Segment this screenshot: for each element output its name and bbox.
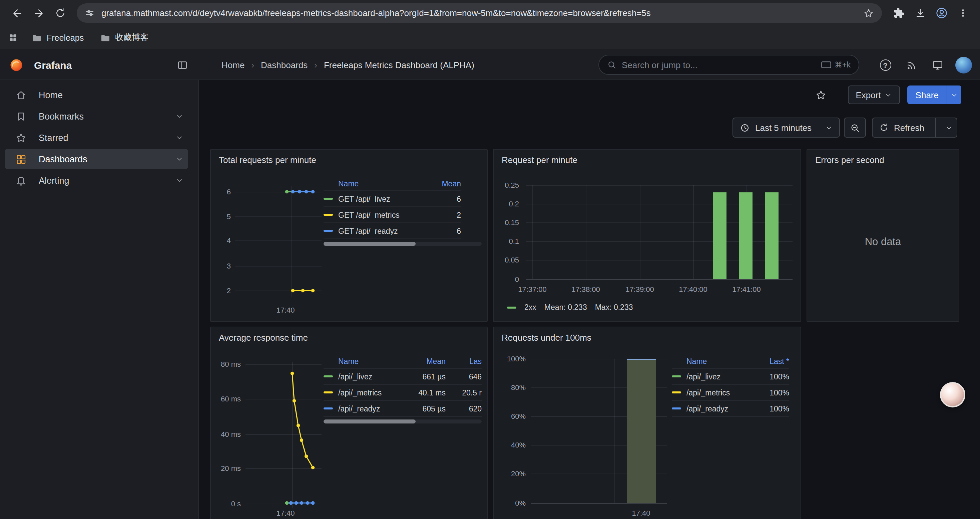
sidebar-item-home[interactable]: Home	[5, 85, 188, 105]
axis-baseline	[531, 503, 667, 504]
bookmark-item[interactable]: Freeleaps	[31, 32, 84, 43]
star-icon	[15, 132, 27, 143]
bookmark-star-icon[interactable]	[863, 8, 874, 18]
panel-total-requests-per-minute: Total requests per minute 6 5 4 3 2 17:4…	[210, 149, 488, 322]
chevron-down-icon	[945, 124, 953, 131]
favorite-dashboard-button[interactable]	[811, 86, 830, 104]
apps-grid-button[interactable]	[8, 33, 18, 43]
series-name[interactable]: GET /api/_livez	[338, 195, 420, 203]
extensions-button[interactable]	[889, 3, 908, 23]
series-name[interactable]: GET /api/_metrics	[338, 211, 420, 219]
news-button[interactable]	[903, 56, 920, 74]
chevron-down-icon[interactable]	[175, 176, 184, 185]
reload-button[interactable]	[50, 3, 70, 23]
legend-col-name[interactable]: Name	[686, 357, 751, 365]
breadcrumb-home[interactable]: Home	[221, 60, 245, 70]
zoom-out-icon	[850, 123, 860, 133]
sidebar-item-starred[interactable]: Starred	[5, 128, 188, 148]
display-button[interactable]	[929, 56, 946, 74]
chevron-down-icon[interactable]	[175, 154, 184, 164]
bookmark-item[interactable]: 收藏博客	[100, 32, 148, 43]
time-range-picker[interactable]: Last 5 minutes	[732, 118, 840, 137]
series-name[interactable]: /api/_livez	[686, 372, 751, 380]
panel-title[interactable]: Total requests per minute	[219, 155, 316, 165]
chevron-down-icon	[885, 91, 892, 99]
forward-button[interactable]	[29, 3, 49, 23]
panel-title[interactable]: Request per minute	[502, 155, 578, 165]
series-name[interactable]: /api/_readyz	[338, 404, 404, 412]
gridline	[235, 291, 321, 291]
user-avatar-button[interactable]	[955, 56, 972, 74]
chevron-down-icon[interactable]	[175, 112, 184, 121]
search-input[interactable]	[622, 60, 821, 70]
series-mean: Mean: 0.233	[544, 303, 587, 311]
legend-col-name[interactable]: Name	[338, 179, 420, 187]
panel-title[interactable]: Average response time	[219, 333, 308, 343]
panel-title[interactable]: Requests under 100ms	[502, 333, 592, 343]
legend-col-mean[interactable]: Mean	[420, 179, 461, 187]
legend-row: /api/_metrics 40.1 ms 20.5 r	[323, 385, 482, 401]
gridline	[526, 204, 792, 204]
sidebar-item-alerting[interactable]: Alerting	[5, 170, 188, 190]
legend-scrollbar[interactable]	[323, 242, 482, 246]
sidebar-item-label: Dashboards	[39, 154, 88, 164]
y-tick: 0 s	[211, 500, 241, 508]
share-menu-caret[interactable]	[947, 86, 961, 104]
site-info-icon[interactable]	[85, 8, 95, 18]
scrollbar-thumb[interactable]	[323, 242, 415, 246]
sidebar-toggle-button[interactable]	[173, 56, 191, 73]
series-color-dash	[323, 407, 333, 409]
grafana-logo-icon[interactable]	[10, 58, 23, 72]
export-button[interactable]: Export	[848, 86, 900, 104]
back-button[interactable]	[7, 3, 27, 23]
x-tick: 17:38:00	[567, 285, 605, 293]
series-last: 100%	[751, 404, 789, 412]
legend-col-name[interactable]: Name	[338, 357, 404, 365]
scrollbar-thumb[interactable]	[323, 420, 415, 423]
series-name[interactable]: /api/_metrics	[686, 388, 751, 396]
series-last: 100%	[751, 388, 789, 396]
search-box[interactable]: ⌘+k	[598, 55, 859, 75]
legend-col-last[interactable]: Last *	[751, 357, 789, 365]
series-last: 646	[445, 372, 482, 380]
breadcrumb-dashboards[interactable]: Dashboards	[261, 60, 307, 70]
series-name[interactable]: /api/_readyz	[686, 404, 751, 412]
y-tick: 0.1	[494, 237, 519, 245]
series-name[interactable]: /api/_livez	[338, 372, 404, 380]
y-tick: 4	[211, 236, 231, 244]
folder-icon	[31, 32, 42, 43]
download-icon	[914, 7, 926, 19]
sidebar-item-dashboards[interactable]: Dashboards	[5, 149, 188, 169]
address-bar[interactable]: grafana.mathmast.com/d/deytv4rwavabkb/fr…	[77, 3, 882, 23]
bookmark-label: Freeleaps	[47, 33, 84, 42]
kebab-menu-icon	[958, 8, 968, 18]
gridline	[532, 185, 533, 279]
chevron-down-icon[interactable]	[175, 133, 184, 142]
legend-header: Name Mean Las	[323, 354, 482, 369]
floating-avatar-overlay[interactable]	[940, 382, 965, 407]
series-mean: 661 µs	[404, 372, 445, 380]
downloads-button[interactable]	[910, 3, 930, 23]
refresh-button[interactable]: Refresh	[872, 118, 957, 137]
legend-scrollbar[interactable]	[323, 420, 482, 423]
browser-menu-button[interactable]	[953, 3, 973, 23]
profile-button[interactable]	[931, 3, 951, 23]
legend-col-last[interactable]: Las	[445, 357, 482, 365]
series-name[interactable]: 2xx	[524, 303, 536, 311]
y-tick: 80%	[494, 383, 526, 391]
series-name[interactable]: /api/_metrics	[338, 388, 404, 396]
series-name[interactable]: GET /api/_readyz	[338, 227, 420, 235]
zoom-out-button[interactable]	[844, 118, 866, 137]
share-button[interactable]: Share	[908, 86, 961, 104]
legend-table: Name Mean Las /api/_livez 661 µs 646 /ap…	[323, 354, 482, 417]
y-tick: 100%	[494, 355, 526, 363]
gridline	[693, 185, 694, 279]
reload-icon	[54, 7, 66, 19]
legend-col-mean[interactable]: Mean	[404, 357, 445, 365]
dashboard-content: Export Share Last 5 minutes	[199, 80, 980, 519]
help-button[interactable]: ?	[877, 56, 894, 74]
gridline	[245, 468, 321, 469]
refresh-interval-caret[interactable]	[941, 124, 957, 131]
sidebar-item-bookmarks[interactable]: Bookmarks	[5, 106, 188, 126]
share-label[interactable]: Share	[908, 86, 947, 104]
